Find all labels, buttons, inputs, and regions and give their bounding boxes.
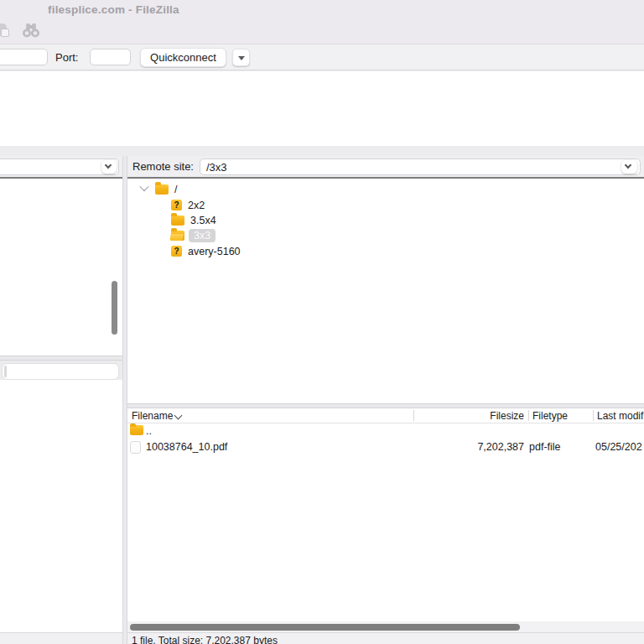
column-header-filetype[interactable]: Filetype [532, 410, 568, 422]
tree-item-label-selected[interactable]: 3x3 [189, 229, 216, 242]
horizontal-scrollbar-thumb[interactable] [130, 624, 520, 631]
tree-item-avery-5160[interactable]: ? avery-5160 [127, 243, 644, 259]
file-list-header: Filename Filesize Filetype Last modif [127, 408, 644, 423]
tree-item-2x2[interactable]: ? 2x2 [127, 197, 644, 213]
text-caret [4, 366, 7, 377]
message-log-area [0, 71, 644, 146]
host-input[interactable] [0, 49, 48, 65]
remote-site-dropdown-button[interactable] [621, 160, 637, 174]
column-header-filename[interactable]: Filename [132, 410, 173, 422]
quickconnect-button[interactable]: Quickconnect [140, 48, 226, 67]
local-status-bar [0, 632, 122, 644]
local-pane-splitter[interactable] [0, 356, 122, 361]
window-titlebar: filesplice.com - FileZilla [0, 0, 644, 44]
tree-item-label[interactable]: 3.5x4 [190, 215, 216, 226]
column-header-filesize[interactable]: Filesize [413, 410, 524, 422]
local-directory-tree[interactable] [0, 179, 122, 356]
file-last-modified: 05/25/202 [595, 441, 642, 453]
quickconnect-bar: Port: Quickconnect [0, 44, 644, 70]
remote-site-label: Remote site: [132, 160, 194, 173]
tree-item-3.5x4[interactable]: 3.5x4 [127, 212, 644, 228]
folder-question-icon: ? [171, 200, 182, 210]
file-type: pdf-file [529, 441, 561, 453]
folder-icon [130, 425, 143, 435]
remote-site-input[interactable] [200, 158, 641, 175]
quickconnect-dropdown-button[interactable] [232, 49, 250, 66]
folder-open-icon [171, 231, 184, 241]
folder-icon [171, 216, 184, 226]
tree-item-root[interactable]: / [127, 181, 644, 197]
chevron-down-icon [625, 162, 631, 169]
sync-browsing-icon[interactable] [0, 22, 13, 39]
local-pane [0, 156, 122, 644]
file-row-pdf[interactable]: 10038764_10.pdf 7,202,387 pdf-file 05/25… [127, 439, 644, 455]
file-row-parent-dir[interactable]: .. [127, 423, 644, 439]
local-tree-scrollbar[interactable] [112, 281, 117, 335]
remote-file-list: Filename Filesize Filetype Last modif ..… [127, 408, 644, 621]
port-label: Port: [55, 51, 78, 64]
tree-item-label[interactable]: avery-5160 [188, 246, 241, 257]
sort-descending-icon [174, 412, 183, 420]
file-name[interactable]: .. [146, 425, 152, 437]
dropdown-triangle-icon [238, 56, 245, 60]
remote-site-row: Remote site: [127, 156, 644, 177]
local-file-list[interactable] [0, 380, 122, 632]
remote-status-text: 1 file. Total size: 7,202,387 bytes [132, 635, 278, 644]
remote-status-bar: 1 file. Total size: 7,202,387 bytes [127, 632, 644, 644]
window-title: filesplice.com - FileZilla [48, 3, 179, 16]
remote-pane: Remote site: / ? 2x2 3.5x4 3x3 ? avery-5… [127, 156, 644, 644]
local-site-row [0, 156, 122, 177]
column-header-lastmodified[interactable]: Last modif [597, 410, 643, 422]
filter-icon[interactable] [21, 22, 41, 39]
local-filelist-header [2, 363, 119, 380]
column-divider[interactable] [528, 410, 529, 421]
remote-directory-tree: / ? 2x2 3.5x4 3x3 ? avery-5160 [127, 179, 644, 403]
tree-item-3x3-selected[interactable]: 3x3 [127, 227, 644, 243]
column-divider[interactable] [593, 410, 594, 421]
chevron-expanded-icon[interactable] [139, 182, 148, 191]
sync-browsing-icon-badge [1, 29, 9, 37]
chevron-down-icon [104, 162, 111, 169]
local-site-dropdown-button[interactable] [101, 160, 117, 174]
binoculars-icon [21, 22, 41, 39]
file-name[interactable]: 10038764_10.pdf [146, 441, 227, 453]
file-icon [130, 441, 141, 454]
folder-icon [155, 184, 169, 195]
tree-item-label[interactable]: 2x2 [188, 200, 205, 211]
file-size: 7,202,387 [413, 441, 524, 453]
tree-item-label[interactable]: / [174, 184, 177, 195]
port-input[interactable] [90, 49, 131, 65]
folder-question-icon: ? [171, 246, 182, 257]
horizontal-scrollbar-track[interactable] [127, 621, 644, 632]
